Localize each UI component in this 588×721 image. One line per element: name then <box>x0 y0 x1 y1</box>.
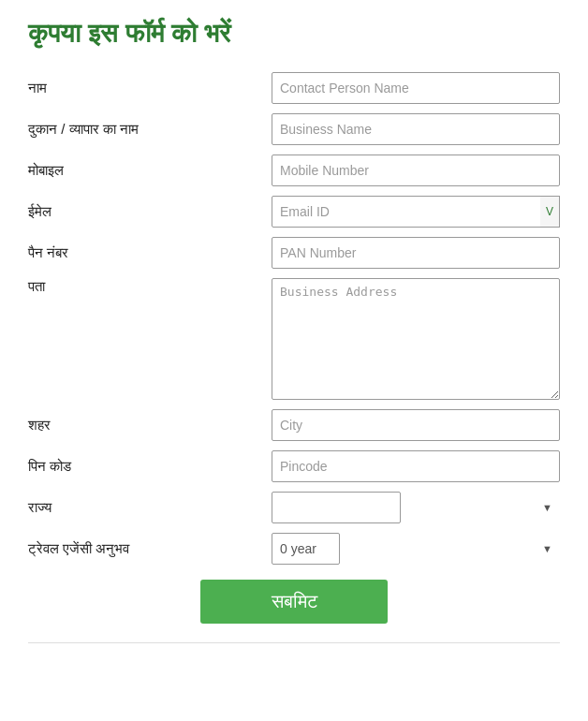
name-input[interactable] <box>272 72 560 104</box>
address-label: पता <box>28 278 272 295</box>
experience-select-wrapper: 0 year1 year2 years3 years4 years5+ year… <box>272 533 560 565</box>
address-row: पता <box>28 278 560 400</box>
state-select[interactable]: Andhra PradeshArunachal PradeshAssamBiha… <box>272 492 401 523</box>
email-label: ईमेल <box>28 203 272 220</box>
pincode-input[interactable] <box>272 450 560 482</box>
pan-label: पैन नंबर <box>28 244 272 261</box>
pan-input[interactable] <box>272 237 560 269</box>
experience-select[interactable]: 0 year1 year2 years3 years4 years5+ year… <box>272 533 340 565</box>
submit-row: सबमिट <box>28 580 560 624</box>
email-row: ईमेल V <box>28 196 560 228</box>
state-select-wrapper: Andhra PradeshArunachal PradeshAssamBiha… <box>272 492 560 523</box>
pincode-row: पिन कोड <box>28 450 560 482</box>
mobile-input[interactable] <box>272 154 560 186</box>
pincode-label: पिन कोड <box>28 458 272 475</box>
state-label: राज्य <box>28 499 272 516</box>
email-input[interactable] <box>272 196 560 228</box>
email-wrapper: V <box>272 196 560 228</box>
email-verify-label[interactable]: V <box>540 196 560 228</box>
address-input[interactable] <box>272 278 560 400</box>
business-row: दुकान / व्यापार का नाम <box>28 113 560 145</box>
page-title: कृपया इस फॉर्म को भरें <box>28 19 560 50</box>
submit-button[interactable]: सबमिट <box>200 580 388 624</box>
business-label: दुकान / व्यापार का नाम <box>28 121 272 138</box>
business-input[interactable] <box>272 113 560 145</box>
experience-label: ट्रेवल एजेंसी अनुभव <box>28 540 272 557</box>
city-row: शहर <box>28 409 560 441</box>
city-input[interactable] <box>272 409 560 441</box>
city-label: शहर <box>28 417 272 434</box>
mobile-row: मोबाइल <box>28 154 560 186</box>
experience-row: ट्रेवल एजेंसी अनुभव 0 year1 year2 years3… <box>28 533 560 565</box>
mobile-label: मोबाइल <box>28 162 272 179</box>
pan-row: पैन नंबर <box>28 237 560 269</box>
bottom-divider <box>28 642 560 643</box>
state-row: राज्य Andhra PradeshArunachal PradeshAss… <box>28 492 560 523</box>
name-label: नाम <box>28 80 272 96</box>
name-row: नाम <box>28 72 560 104</box>
